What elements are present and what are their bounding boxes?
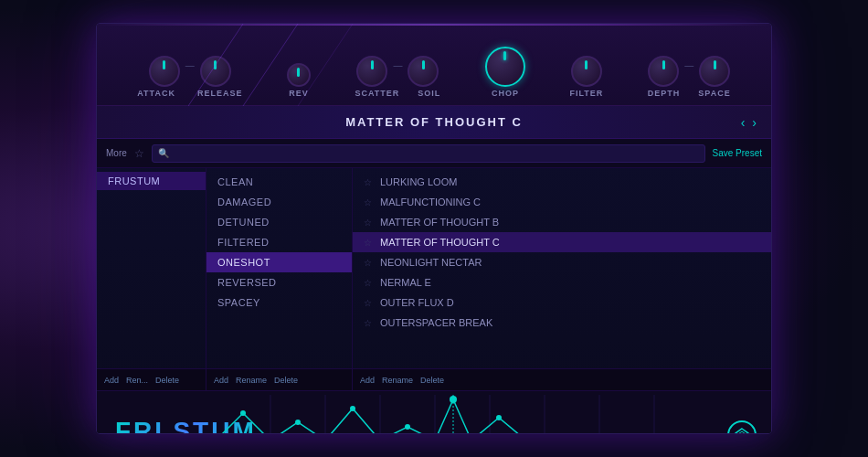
knob-group-filter: FILTER <box>569 56 603 98</box>
svg-point-16 <box>405 424 410 430</box>
star-matter-b[interactable]: ☆ <box>364 218 373 228</box>
knob-group-rev: REV <box>287 63 311 98</box>
svg-point-18 <box>496 415 502 420</box>
soil-label: SOIL <box>418 89 440 98</box>
knobs-section: — ATTACK RELEASE REV — SCATTER <box>97 24 771 106</box>
release-knob[interactable] <box>200 56 231 87</box>
cat-delete-button[interactable]: Delete <box>274 376 298 385</box>
folder-column: FRUSTUM <box>97 168 206 368</box>
star-nermal-e[interactable]: ☆ <box>364 278 373 288</box>
svg-point-13 <box>240 410 246 416</box>
preset-neonlight[interactable]: ☆ NEONLIGHT NECTAR <box>353 252 771 272</box>
preset-matter-c[interactable]: ☆ MATTER OF THOUGHT C <box>353 232 771 252</box>
star-lurking-loom[interactable]: ☆ <box>364 177 373 187</box>
save-preset-button[interactable]: Save Preset <box>713 148 762 158</box>
cat-add-button[interactable]: Add <box>214 376 228 385</box>
preset-rename-button[interactable]: Rename <box>382 376 413 385</box>
preset-column: ☆ LURKING LOOM ☆ MALFUNCTIONING C ☆ MATT… <box>353 168 771 368</box>
plugin-window: — ATTACK RELEASE REV — SCATTER <box>96 23 772 434</box>
preset-title: MATTER OF THOUGHT C <box>345 115 523 129</box>
knob-group-attack-release: — ATTACK RELEASE <box>137 56 242 98</box>
star-neonlight[interactable]: ☆ <box>364 258 373 268</box>
folder-add-button[interactable]: Add <box>104 376 119 385</box>
rev-label: REV <box>289 89 309 98</box>
release-label: RELEASE <box>197 89 243 98</box>
chop-label: CHOP <box>492 89 519 98</box>
star-matter-c[interactable]: ☆ <box>364 238 373 248</box>
category-reversed[interactable]: REVERSED <box>206 272 352 292</box>
star-filter[interactable]: ☆ <box>134 147 144 160</box>
preset-malfunctioning-c[interactable]: ☆ MALFUNCTIONING C <box>353 192 771 212</box>
star-outerspacer[interactable]: ☆ <box>364 318 373 328</box>
folder-rename-button[interactable]: Ren... <box>126 376 148 385</box>
preset-outer-flux[interactable]: ☆ OUTER FLUX D <box>353 292 771 313</box>
category-spacey[interactable]: SPACEY <box>206 292 352 313</box>
footer-buttons: Add Ren... Delete Add Rename Delete Add … <box>97 369 771 391</box>
depth-knob[interactable] <box>648 56 679 87</box>
filter-label: FILTER <box>569 89 603 98</box>
knob-group-chop: CHOP <box>485 47 525 98</box>
attack-knob[interactable] <box>149 56 180 87</box>
svg-point-17 <box>450 396 457 403</box>
category-damaged[interactable]: DAMAGED <box>206 192 352 212</box>
preset-matter-b[interactable]: ☆ MATTER OF THOUGHT B <box>353 212 771 232</box>
preset-add-button[interactable]: Add <box>360 376 375 385</box>
category-oneshot[interactable]: ONESHOT <box>206 252 352 272</box>
footer-right: Add Rename Delete <box>353 369 771 390</box>
svg-point-15 <box>350 406 355 411</box>
preset-nermal-e[interactable]: ☆ NERMAL E <box>353 272 771 292</box>
cat-rename-button[interactable]: Rename <box>236 376 267 385</box>
nav-arrows: ‹ › <box>741 115 757 130</box>
search-input[interactable] <box>173 148 699 158</box>
knob-group-depth-space: — DEPTH SPACE <box>648 56 731 98</box>
category-column: CLEAN DAMAGED DETUNED FILTERED ONESHOT R… <box>206 168 353 368</box>
space-knob[interactable] <box>699 56 730 87</box>
footer-left: Add Ren... Delete <box>97 369 206 390</box>
space-label: SPACE <box>698 89 730 98</box>
star-malfunctioning-c[interactable]: ☆ <box>364 197 373 207</box>
search-icon: 🔍 <box>158 148 169 158</box>
folder-item-frustum[interactable]: FRUSTUM <box>97 172 206 190</box>
scatter-knob[interactable] <box>356 56 387 87</box>
logo-icon <box>727 420 757 434</box>
soil-knob[interactable] <box>408 56 439 87</box>
chop-knob[interactable] <box>485 47 525 87</box>
bottom-section: FRLSTUM <box>97 391 771 434</box>
rev-knob[interactable] <box>287 63 311 87</box>
filter-knob[interactable] <box>571 56 602 87</box>
footer-mid: Add Rename Delete <box>206 369 353 390</box>
attack-label: ATTACK <box>137 89 175 98</box>
scatter-label: SCATTER <box>355 89 400 98</box>
category-filtered[interactable]: FILTERED <box>206 232 352 252</box>
preset-lurking-loom[interactable]: ☆ LURKING LOOM <box>353 172 771 192</box>
category-detuned[interactable]: DETUNED <box>206 212 352 232</box>
preset-outerspacer[interactable]: ☆ OUTERSPACER BREAK <box>353 313 771 333</box>
depth-label: DEPTH <box>648 89 681 98</box>
title-bar: MATTER OF THOUGHT C ‹ › <box>97 106 771 139</box>
main-content: FRUSTUM CLEAN DAMAGED DETUNED FILTERED O… <box>97 168 771 369</box>
search-input-wrap[interactable]: 🔍 <box>152 144 705 163</box>
folder-delete-button[interactable]: Delete <box>155 376 179 385</box>
knob-group-scatter-soil: — SCATTER SOIL <box>355 56 441 98</box>
preset-delete-button[interactable]: Delete <box>420 376 444 385</box>
search-bar: More ☆ 🔍 Save Preset <box>97 139 771 168</box>
envelope-display <box>216 395 691 434</box>
star-outer-flux[interactable]: ☆ <box>364 298 373 308</box>
next-arrow[interactable]: › <box>752 115 757 130</box>
prev-arrow[interactable]: ‹ <box>741 115 746 130</box>
more-button[interactable]: More <box>106 148 127 158</box>
svg-point-14 <box>295 420 301 425</box>
category-clean[interactable]: CLEAN <box>206 172 352 192</box>
